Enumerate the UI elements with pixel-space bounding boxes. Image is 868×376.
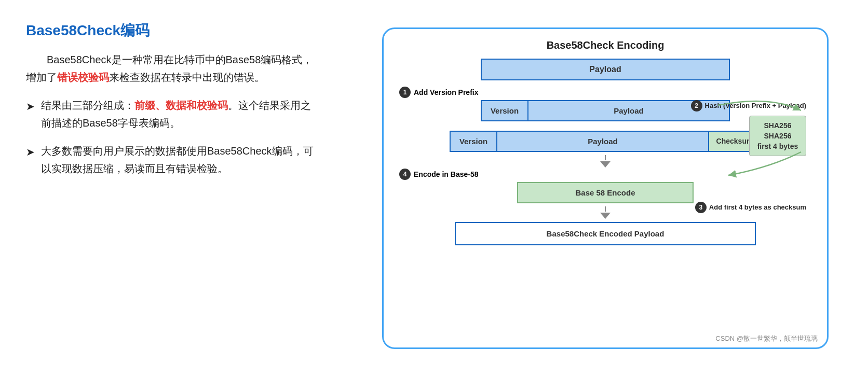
step2-text: Hash (Version Prefix + Payload) [705, 102, 806, 109]
sha256-1-label: SHA256 [764, 121, 792, 130]
first4bytes-label: first 4 bytes [757, 142, 798, 150]
step2-label: 2 Hash (Version Prefix + Payload) [691, 100, 806, 112]
bullet-item-1: ➤ 结果由三部分组成：前缀、数据和校验码。这个结果采用之前描述的Base58字母… [26, 96, 317, 132]
payload-cell-3: Payload [497, 132, 708, 151]
version-cell-2: Version [451, 132, 497, 151]
diagram-title: Base58Check Encoding [547, 39, 664, 51]
version-payload-checksum-box: Version Payload Checksum [450, 131, 761, 152]
step3-text: Add first 4 bytes as checksum [709, 203, 806, 211]
step1-area: 1 Add Version Prefix [399, 87, 811, 98]
step4-label: Encode in Base-58 [414, 170, 479, 178]
sha256-2-label: SHA256 [764, 132, 792, 140]
bullet-text-2: 大多数需要向用户展示的数据都使用Base58Check编码，可以实现数据压缩，易… [41, 142, 317, 177]
watermark: CSDN @散一世繁华，颠半世琉璃 [715, 334, 818, 343]
base58-encode-box: Base 58 Encode [517, 182, 694, 203]
right-panel: Base58Check Encoding Payload 1 Add Versi… [343, 0, 868, 376]
step3-label: 3 Add first 4 bytes as checksum [695, 202, 806, 213]
diagram-container: Base58Check Encoding Payload 1 Add Versi… [382, 27, 829, 349]
bullet-arrow-1: ➤ [26, 98, 35, 115]
step2-circle: 2 [691, 100, 702, 112]
diagram-body: Payload 1 Add Version Prefix 2 Hash (Ver… [399, 59, 811, 245]
payload-box: Payload [481, 59, 730, 80]
bullet-arrow-2: ➤ [26, 143, 35, 161]
left-panel: Base58Check编码 Base58Check是一种常用在比特币中的Base… [0, 0, 343, 376]
arrow-line-2 [605, 206, 606, 212]
page-title: Base58Check编码 [26, 21, 317, 40]
step1-label: Add Version Prefix [414, 88, 478, 96]
intro-paragraph: Base58Check是一种常用在比特币中的Base58编码格式，增加了错误校验… [26, 51, 317, 86]
arrow-down-1 [600, 161, 611, 168]
version-cell: Version [482, 101, 528, 120]
bullet-item-2: ➤ 大多数需要向用户展示的数据都使用Base58Check编码，可以实现数据压缩… [26, 142, 317, 177]
step1-circle: 1 [399, 87, 411, 98]
arrow-down-2 [600, 213, 611, 219]
final-output-box: Base58Check Encoded Payload [455, 222, 756, 245]
hash-box: SHA256 SHA256 first 4 bytes [749, 116, 806, 156]
step4-circle: 4 [399, 169, 411, 180]
arrow-line-1 [605, 155, 606, 160]
bullet-text-1: 结果由三部分组成：前缀、数据和校验码。这个结果采用之前描述的Base58字母表编… [41, 96, 317, 132]
step4-area: 4 Encode in Base-58 [399, 169, 811, 180]
step3-circle: 3 [695, 202, 707, 213]
